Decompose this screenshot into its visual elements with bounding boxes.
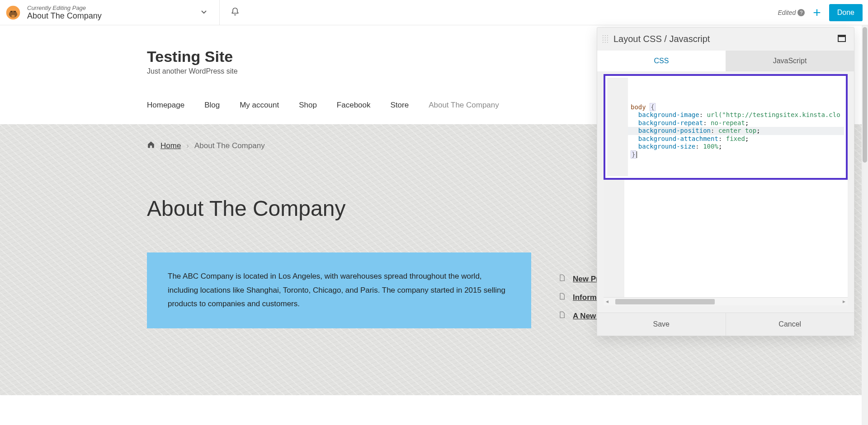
css-code-editor[interactable]: body { background-image: url("http://tes…: [607, 78, 844, 176]
code-gutter: [607, 78, 628, 176]
add-content-plus-icon[interactable]: +: [813, 6, 821, 19]
nav-item-shop[interactable]: Shop: [299, 101, 317, 110]
nav-item-facebook[interactable]: Facebook: [337, 101, 371, 110]
page-vertical-scrollbar[interactable]: [862, 0, 868, 395]
beaver-builder-logo-icon[interactable]: [5, 5, 21, 20]
svg-rect-4: [12, 15, 15, 17]
editing-page-title: About The Company: [27, 11, 102, 21]
svg-rect-6: [838, 35, 845, 37]
about-text: The ABC Company is located in Los Angele…: [168, 272, 505, 308]
document-icon: [558, 311, 566, 321]
save-button[interactable]: Save: [597, 313, 726, 336]
nav-item-my-account[interactable]: My account: [240, 101, 279, 110]
editor-toolbar: Currently Editing Page About The Company…: [0, 0, 868, 25]
cancel-button[interactable]: Cancel: [726, 313, 854, 336]
svg-point-3: [14, 10, 16, 12]
nav-item-blog[interactable]: Blog: [204, 101, 220, 110]
edited-status: Edited ?: [778, 9, 805, 16]
document-icon: [558, 293, 566, 302]
breadcrumb-home-link[interactable]: Home: [160, 141, 181, 150]
panel-actions: Save Cancel: [597, 313, 854, 336]
toolbar-divider: [219, 0, 220, 25]
document-icon: [558, 274, 566, 284]
code-editor-blank-area[interactable]: [604, 180, 848, 297]
nav-item-store[interactable]: Store: [391, 101, 409, 110]
drag-handle-icon[interactable]: [602, 34, 609, 44]
nav-item-homepage[interactable]: Homepage: [147, 101, 184, 110]
edited-text: Edited: [778, 9, 796, 16]
code-content[interactable]: body { background-image: url("http://tes…: [628, 78, 844, 176]
maximize-icon[interactable]: [838, 35, 846, 44]
about-text-module[interactable]: The ABC Company is located in Los Angele…: [147, 252, 531, 328]
code-horizontal-scrollbar[interactable]: ◄ ►: [604, 297, 848, 305]
svg-point-2: [10, 10, 12, 12]
panel-title: Layout CSS / Javascript: [613, 34, 838, 44]
panel-tabs: CSS JavaScript: [597, 51, 854, 71]
home-icon[interactable]: [147, 140, 155, 151]
scroll-left-arrow-icon[interactable]: ◄: [604, 299, 611, 304]
toolbar-left: Currently Editing Page About The Company: [5, 0, 778, 25]
nav-item-about-the-company[interactable]: About The Company: [429, 101, 499, 110]
scrollbar-thumb[interactable]: [615, 299, 715, 304]
toolbar-right: Edited ? + Done: [778, 4, 863, 21]
code-highlight-annotation: body { background-image: url("http://tes…: [604, 74, 848, 180]
tab-css[interactable]: CSS: [597, 51, 726, 71]
scroll-right-arrow-icon[interactable]: ►: [840, 299, 848, 304]
page-dropdown-chevron-icon[interactable]: [197, 5, 211, 21]
breadcrumb-separator: ›: [186, 141, 189, 150]
panel-header[interactable]: Layout CSS / Javascript: [597, 28, 854, 51]
layout-css-js-panel: Layout CSS / Javascript CSS JavaScript b…: [597, 27, 854, 336]
done-button[interactable]: Done: [829, 4, 863, 21]
notifications-bell-icon[interactable]: [228, 5, 242, 21]
breadcrumb-current: About The Company: [194, 141, 265, 150]
help-icon[interactable]: ?: [797, 9, 805, 16]
scrollbar-thumb[interactable]: [863, 27, 867, 163]
currently-editing-label: Currently Editing Page: [27, 5, 102, 11]
page-info: Currently Editing Page About The Company: [27, 5, 102, 21]
tab-javascript[interactable]: JavaScript: [726, 51, 854, 71]
